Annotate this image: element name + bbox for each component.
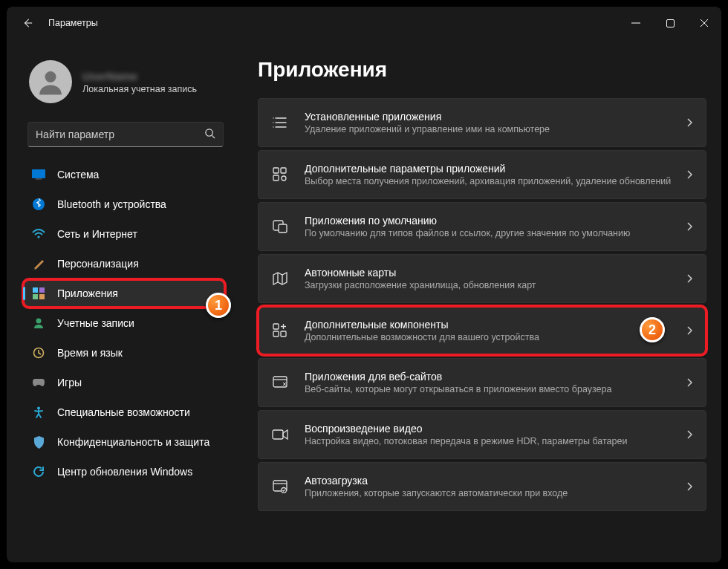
step-badge-one: 1	[206, 293, 231, 318]
sidebar-item-label: Специальные возможности	[57, 406, 190, 418]
svg-rect-10	[33, 294, 38, 299]
card-advanced-app-settings[interactable]: Дополнительные параметры приложений Выбо…	[258, 150, 706, 199]
card-default-apps[interactable]: Приложения по умолчанию По умолчанию для…	[258, 202, 706, 251]
svg-point-12	[36, 319, 42, 324]
sidebar-item-apps[interactable]: Приложения 1	[23, 279, 225, 308]
titlebar-title: Параметры	[48, 18, 98, 28]
svg-rect-5	[36, 178, 42, 180]
svg-rect-17	[273, 175, 279, 181]
svg-rect-4	[32, 169, 45, 178]
account-name: UserName	[82, 70, 197, 82]
avatar	[29, 60, 72, 103]
page-title: Приложения	[258, 58, 706, 82]
card-sub: Выбор места получения приложений, архива…	[305, 176, 679, 186]
sidebar-item-personalization[interactable]: Персонализация	[23, 250, 225, 278]
card-title: Дополнительные компоненты	[305, 319, 679, 331]
map-icon	[272, 270, 288, 287]
card-video-playback[interactable]: Воспроизведение видео Настройка видео, п…	[258, 410, 706, 459]
chevron-right-icon	[686, 222, 692, 231]
sidebar-item-label: Приложения	[57, 287, 118, 299]
sidebar-item-bluetooth[interactable]: Bluetooth и устройства	[23, 190, 225, 218]
optional-features-icon	[272, 322, 288, 339]
card-sub: Приложения, которые запускаются автомати…	[305, 488, 679, 498]
search-input[interactable]	[36, 129, 204, 140]
sidebar-item-accounts[interactable]: Учетные записи	[23, 309, 225, 337]
accessibility-icon	[32, 406, 45, 419]
titlebar: Параметры	[7, 7, 721, 39]
sidebar: UserName Локальная учетная запись Систем…	[7, 39, 235, 562]
close-button[interactable]	[687, 7, 721, 39]
account-type: Локальная учетная запись	[82, 84, 197, 94]
chevron-right-icon	[686, 274, 692, 283]
default-apps-icon	[272, 218, 288, 235]
system-icon	[32, 168, 45, 181]
clock-icon	[32, 346, 45, 360]
card-title: Автономные карты	[305, 267, 679, 279]
svg-rect-25	[273, 430, 283, 439]
card-sub: Настройка видео, потоковая передача в ре…	[305, 436, 679, 446]
content: UserName Локальная учетная запись Систем…	[7, 39, 721, 562]
settings-window: Параметры UserName Локальная учетная зап…	[7, 7, 721, 562]
sidebar-item-label: Игры	[57, 377, 82, 388]
sidebar-item-update[interactable]: Центр обновления Windows	[23, 458, 225, 486]
apps-icon	[32, 287, 45, 300]
shield-icon	[32, 435, 45, 449]
svg-rect-20	[279, 224, 287, 233]
nav: Система Bluetooth и устройства Сеть и Ин…	[23, 160, 230, 486]
svg-rect-23	[281, 331, 286, 336]
card-sub: Удаление приложений и управление ими на …	[305, 124, 679, 134]
svg-point-7	[37, 235, 39, 238]
chevron-right-icon	[686, 170, 692, 179]
card-startup[interactable]: Автозагрузка Приложения, которые запуска…	[258, 462, 706, 511]
chevron-right-icon	[686, 482, 692, 491]
main: Приложения Установленные приложения Удал…	[235, 39, 721, 562]
chevron-right-icon	[686, 118, 692, 127]
card-installed-apps[interactable]: Установленные приложения Удаление прилож…	[258, 98, 706, 147]
back-button[interactable]	[22, 17, 33, 29]
card-title: Воспроизведение видео	[305, 423, 679, 435]
svg-rect-8	[33, 287, 38, 293]
cards: Установленные приложения Удаление прилож…	[258, 98, 706, 511]
card-sub: По умолчанию для типов файлов и ссылок, …	[305, 228, 679, 238]
sidebar-item-label: Система	[57, 169, 99, 181]
sidebar-item-gaming[interactable]: Игры	[23, 368, 225, 397]
svg-point-3	[206, 129, 212, 136]
accounts-icon	[32, 316, 45, 330]
card-sub: Дополнительные возможности для вашего ус…	[305, 332, 679, 342]
card-optional-features[interactable]: Дополнительные компоненты Дополнительные…	[258, 306, 706, 355]
svg-rect-24	[273, 377, 287, 387]
sidebar-item-label: Центр обновления Windows	[57, 466, 192, 478]
sidebar-item-time[interactable]: Время и язык	[23, 339, 225, 367]
svg-rect-1	[666, 19, 674, 27]
sidebar-item-label: Bluetooth и устройства	[57, 198, 166, 210]
maximize-button[interactable]	[653, 7, 687, 39]
sidebar-item-label: Учетные записи	[57, 317, 134, 329]
minimize-button[interactable]	[619, 7, 653, 39]
svg-rect-22	[273, 331, 279, 336]
sidebar-item-network[interactable]: Сеть и Интернет	[23, 220, 225, 248]
list-icon	[272, 114, 288, 131]
svg-rect-9	[39, 287, 45, 293]
search-icon	[204, 128, 215, 141]
card-sub: Загрузки расположение хранилища, обновле…	[305, 280, 679, 290]
sidebar-item-label: Персонализация	[57, 258, 139, 270]
apps-gear-icon	[272, 166, 288, 183]
card-title: Приложения для веб-сайтов	[305, 371, 679, 383]
wifi-icon	[32, 227, 45, 241]
paintbrush-icon	[32, 257, 45, 270]
startup-icon	[272, 478, 288, 495]
account-block[interactable]: UserName Локальная учетная запись	[23, 54, 230, 114]
sidebar-item-label: Конфиденциальность и защита	[57, 436, 209, 448]
svg-rect-0	[631, 23, 640, 24]
sidebar-item-label: Время и язык	[57, 347, 123, 359]
sidebar-item-system[interactable]: Система	[23, 160, 225, 189]
svg-point-14	[37, 407, 40, 410]
svg-rect-21	[273, 324, 279, 329]
bluetooth-icon	[32, 198, 45, 211]
card-apps-for-websites[interactable]: Приложения для веб-сайтов Веб-сайты, кот…	[258, 358, 706, 407]
search-box[interactable]	[27, 122, 224, 147]
sidebar-item-accessibility[interactable]: Специальные возможности	[23, 398, 225, 426]
sidebar-item-label: Сеть и Интернет	[57, 228, 137, 240]
card-offline-maps[interactable]: Автономные карты Загрузки расположение х…	[258, 254, 706, 303]
sidebar-item-privacy[interactable]: Конфиденциальность и защита	[23, 428, 225, 456]
